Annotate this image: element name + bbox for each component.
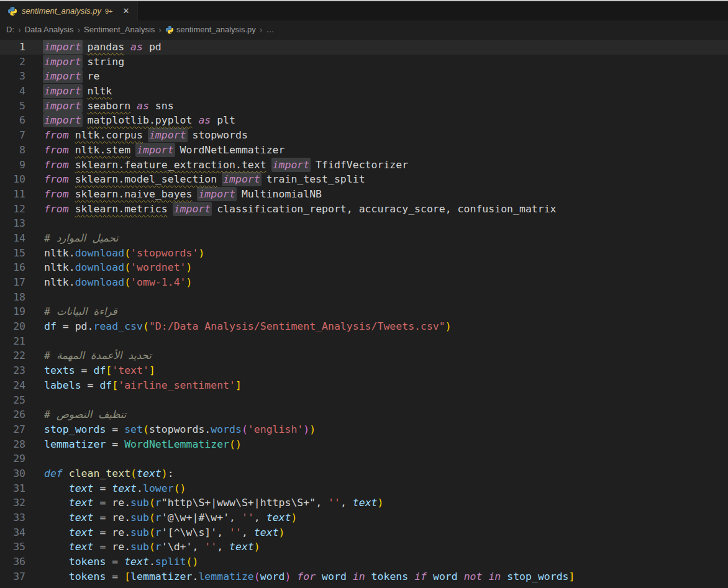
code-line[interactable]: 12from sklearn.metrics import classifica…: [0, 202, 728, 217]
code-line[interactable]: 19# قراءة البيانات: [0, 304, 728, 319]
code-line[interactable]: 35 text = re.sub(r'\d+', '', text): [0, 540, 728, 554]
code-line[interactable]: 1import pandas as pd: [0, 40, 728, 55]
code-line-content[interactable]: import re: [25, 69, 728, 84]
line-number[interactable]: 36: [0, 554, 25, 569]
line-number[interactable]: 9: [0, 158, 25, 173]
line-number[interactable]: 20: [0, 319, 25, 334]
breadcrumb-item[interactable]: sentiment_analysis.py: [176, 25, 256, 34]
line-number[interactable]: 15: [0, 246, 25, 261]
line-number[interactable]: 17: [0, 275, 25, 290]
code-line-content[interactable]: [25, 216, 728, 231]
line-number[interactable]: 28: [0, 437, 25, 452]
line-number[interactable]: 26: [0, 407, 25, 422]
code-line-content[interactable]: lemmatizer = WordNetLemmatizer(): [25, 437, 728, 452]
code-line-content[interactable]: from sklearn.naive_bayes import Multinom…: [25, 187, 728, 202]
code-line-content[interactable]: from sklearn.model_selection import trai…: [25, 172, 728, 187]
code-line-content[interactable]: text = text.lower(): [25, 481, 728, 496]
line-number[interactable]: 33: [0, 510, 25, 525]
code-line[interactable]: 3import re: [0, 69, 728, 84]
code-line-content[interactable]: text = re.sub(r'\d+', '', text): [25, 540, 728, 554]
line-number[interactable]: 18: [0, 290, 25, 305]
line-number[interactable]: 12: [0, 202, 25, 217]
line-number[interactable]: 37: [0, 569, 25, 584]
code-line[interactable]: 15nltk.download('stopwords'): [0, 246, 728, 261]
line-number[interactable]: 6: [0, 113, 25, 128]
code-line[interactable]: 21: [0, 334, 728, 349]
code-line-content[interactable]: import seaborn as sns: [25, 99, 728, 114]
line-number[interactable]: 13: [0, 216, 25, 231]
code-line[interactable]: 7from nltk.corpus import stopwords: [0, 128, 728, 143]
code-line[interactable]: 18: [0, 290, 728, 305]
line-number[interactable]: 4: [0, 84, 25, 99]
code-line-content[interactable]: nltk.download('stopwords'): [25, 246, 728, 261]
code-line[interactable]: 5import seaborn as sns: [0, 99, 728, 114]
code-line[interactable]: 36 tokens = text.split(): [0, 554, 728, 569]
line-number[interactable]: 32: [0, 495, 25, 510]
code-line[interactable]: 25: [0, 393, 728, 408]
code-line-content[interactable]: import pandas as pd: [25, 40, 728, 55]
code-line[interactable]: 17nltk.download('omw-1.4'): [0, 275, 728, 290]
line-number[interactable]: 2: [0, 55, 25, 70]
line-number[interactable]: 29: [0, 451, 25, 466]
code-line-content[interactable]: # تنظيف النصوص: [25, 407, 728, 422]
line-number[interactable]: 16: [0, 260, 25, 275]
code-line-content[interactable]: # تحديد الأعمدة المهمة: [25, 348, 728, 363]
code-line[interactable]: 23texts = df['text']: [0, 363, 728, 378]
code-line-content[interactable]: from nltk.stem import WordNetLemmatizer: [25, 143, 728, 158]
code-line[interactable]: 14# تحميل الموارد: [0, 231, 728, 246]
code-line-content[interactable]: from nltk.corpus import stopwords: [25, 128, 728, 143]
code-line-content[interactable]: # قراءة البيانات: [25, 304, 728, 319]
line-number[interactable]: 27: [0, 422, 25, 437]
code-line-content[interactable]: texts = df['text']: [25, 363, 728, 378]
line-number[interactable]: 31: [0, 481, 25, 496]
line-number[interactable]: 22: [0, 348, 25, 363]
code-line-content[interactable]: nltk.download('omw-1.4'): [25, 275, 728, 290]
line-number[interactable]: 11: [0, 187, 25, 202]
close-icon[interactable]: ✕: [121, 6, 131, 16]
code-line-content[interactable]: [25, 290, 728, 305]
code-line-content[interactable]: [25, 451, 728, 466]
code-line[interactable]: 2import string: [0, 55, 728, 70]
line-number[interactable]: 10: [0, 172, 25, 187]
code-line-content[interactable]: tokens = [lemmatizer.lemmatize(word) for…: [25, 569, 728, 584]
code-line[interactable]: 20df = pd.read_csv("D:/Data Analysis/Sen…: [0, 319, 728, 334]
line-number[interactable]: 8: [0, 143, 25, 158]
code-line-content[interactable]: [25, 393, 728, 408]
code-line[interactable]: 33 text = re.sub(r'@\w+|#\w+', '', text): [0, 510, 728, 525]
code-line-content[interactable]: text = re.sub(r"http\S+|www\S+|https\S+"…: [25, 495, 728, 510]
breadcrumb-item[interactable]: D:: [6, 25, 14, 34]
code-line[interactable]: 8from nltk.stem import WordNetLemmatizer: [0, 143, 728, 158]
code-line[interactable]: 27stop_words = set(stopwords.words('engl…: [0, 422, 728, 437]
code-line[interactable]: 10from sklearn.model_selection import tr…: [0, 172, 728, 187]
code-line-content[interactable]: from sklearn.feature_extraction.text imp…: [25, 158, 728, 173]
line-number[interactable]: 34: [0, 525, 25, 540]
code-line-content[interactable]: # تحميل الموارد: [25, 231, 728, 246]
code-line-content[interactable]: df = pd.read_csv("D:/Data Analysis/Senti…: [25, 319, 728, 334]
line-number[interactable]: 3: [0, 69, 25, 84]
code-line-content[interactable]: text = re.sub(r'[^\w\s]', '', text): [25, 525, 728, 540]
breadcrumb-item[interactable]: …: [266, 25, 275, 34]
code-line[interactable]: 31 text = text.lower(): [0, 481, 728, 496]
code-line[interactable]: 29: [0, 451, 728, 466]
code-line-content[interactable]: nltk.download('wordnet'): [25, 260, 728, 275]
editor[interactable]: 1import pandas as pd2import string3impor…: [0, 38, 728, 588]
code-line[interactable]: 16nltk.download('wordnet'): [0, 260, 728, 275]
breadcrumb-item[interactable]: Sentiment_Analysis: [84, 25, 155, 34]
line-number[interactable]: 1: [0, 40, 25, 55]
code-line[interactable]: 6import matplotlib.pyplot as plt: [0, 113, 728, 128]
line-number[interactable]: 14: [0, 231, 25, 246]
code-line-content[interactable]: labels = df['airline_sentiment']: [25, 378, 728, 393]
code-line[interactable]: 26# تنظيف النصوص: [0, 407, 728, 422]
code-line-content[interactable]: def clean_text(text):: [25, 466, 728, 481]
line-number[interactable]: 7: [0, 128, 25, 143]
code-line-content[interactable]: stop_words = set(stopwords.words('englis…: [25, 422, 728, 437]
tab-sentiment-analysis[interactable]: sentiment_analysis.py 9+ ✕: [0, 1, 138, 20]
code-line-content[interactable]: tokens = text.split(): [25, 554, 728, 569]
code-line[interactable]: 32 text = re.sub(r"http\S+|www\S+|https\…: [0, 495, 728, 510]
code-line[interactable]: 34 text = re.sub(r'[^\w\s]', '', text): [0, 525, 728, 540]
code-line-content[interactable]: from sklearn.metrics import classificati…: [25, 202, 728, 217]
code-line-content[interactable]: import nltk: [25, 84, 728, 99]
code-line[interactable]: 24labels = df['airline_sentiment']: [0, 378, 728, 393]
code-line[interactable]: 37 tokens = [lemmatizer.lemmatize(word) …: [0, 569, 728, 584]
code-line[interactable]: 4import nltk: [0, 84, 728, 99]
